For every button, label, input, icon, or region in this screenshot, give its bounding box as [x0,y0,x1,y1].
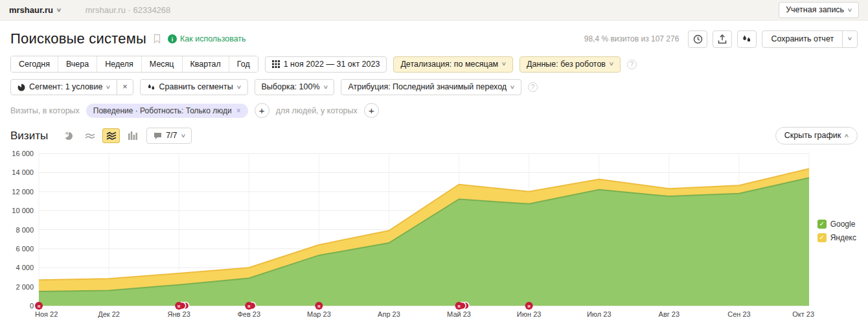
chevron-down-icon: ∨ [510,85,516,90]
svg-text:Апр 23: Апр 23 [378,310,400,318]
svg-text:Дек 22: Дек 22 [98,310,120,318]
area-chart-icon [106,131,117,140]
visits-filter-prefix: Визиты, в которых [10,106,80,115]
chevron-down-icon: ∨ [106,85,111,90]
chevron-down-icon: ∨ [847,8,853,13]
data-mode-label: Данные: без роботов [527,60,606,69]
segment-selector[interactable]: Сегмент: 1 условие ∨ [10,79,117,95]
info-icon: i [168,34,177,43]
attribution-selector[interactable]: Атрибуция: Последний значимый переход ∨ [341,79,521,95]
chart-legend: ✓ Google ✓ Яндекс [817,220,856,242]
svg-text:12 000: 12 000 [12,188,34,196]
counter-switcher[interactable]: mrshaur.ru ∨ [9,5,61,15]
chevron-down-icon: ∨ [847,36,853,41]
date-range-label: 1 ноя 2022 — 31 окт 2023 [284,60,380,69]
how-to-use-link[interactable]: i Как использовать [168,34,246,43]
svg-text:4 000: 4 000 [16,264,34,271]
chevron-down-icon: ∨ [180,133,186,139]
metric-label: Визиты [10,130,48,143]
svg-text:Фев 23: Фев 23 [237,310,260,318]
hide-chart-label: Скрыть график [784,131,841,141]
how-to-use-label: Как использовать [180,34,246,43]
svg-text:н: н [528,304,531,308]
title-row: Поисковые системы i Как использовать 98,… [10,30,858,48]
svg-text:10 000: 10 000 [12,207,34,214]
filter-chip-label: Поведение · Роботность: Только люди [93,106,232,115]
svg-text:8 000: 8 000 [16,226,34,234]
pie-chart-icon [64,131,73,141]
svg-text:Июн 23: Июн 23 [517,310,542,318]
svg-text:н: н [177,304,180,308]
calendar-icon [272,60,280,68]
segment-clear-button[interactable]: × [117,79,133,95]
metric-row: Визиты 7/7 ∨ Скрыть график ∧ [10,127,858,144]
svg-text:Авг 23: Авг 23 [659,310,680,318]
preset-year[interactable]: Год [229,56,258,72]
period-presets: Сегодня Вчера Неделя Месяц Квартал Год [10,56,258,73]
export-button[interactable] [713,30,732,48]
people-filter-prefix: для людей, у которых [276,106,358,115]
chevron-down-icon: ∨ [56,8,62,13]
chart-type-columns-button[interactable] [124,128,141,143]
preset-yesterday[interactable]: Вчера [58,56,97,72]
line-chart-icon [85,132,95,140]
chevron-down-icon: ∨ [501,62,507,67]
svg-text:Мар 23: Мар 23 [307,310,331,318]
compare-segments-button[interactable]: Сравнить сегменты ∨ [140,79,248,95]
chart-type-area-button[interactable] [102,128,120,143]
save-report-menu-button[interactable]: ∨ [842,30,858,48]
save-report-button[interactable]: Сохранить отчет [762,30,843,48]
goals-selector[interactable]: 7/7 ∨ [146,128,192,144]
remove-filter-icon[interactable]: × [236,106,241,115]
save-report-label: Сохранить отчет [771,34,834,44]
legend-label-yandex: Яндекс [830,233,856,242]
data-mode-selector[interactable]: Данные: без роботов ∨ [520,56,621,73]
plus-icon: + [369,105,374,116]
date-range-button[interactable]: 1 ноя 2022 — 31 окт 2023 [265,56,387,73]
account-label: Учетная запись [786,5,844,15]
sampling-selector[interactable]: Выборка: 100% ∨ [255,79,335,95]
chevron-down-icon: ∨ [609,62,615,67]
segment-toolbar: Сегмент: 1 условие ∨ × Сравнить сегменты… [10,79,858,95]
preset-quarter[interactable]: Квартал [182,56,229,72]
hide-chart-button[interactable]: Скрыть график ∧ [775,127,858,144]
speech-bubble-icon [154,132,162,140]
filter-row: Визиты, в которых Поведение · Роботность… [10,103,858,118]
preset-today[interactable]: Сегодня [11,56,58,72]
svg-text:Янв 23: Янв 23 [168,310,190,318]
chevron-up-icon: ∧ [844,133,850,139]
help-icon[interactable]: ? [528,82,538,92]
svg-text:Окт 23: Окт 23 [792,310,814,318]
detail-selector[interactable]: Детализация: по месяцам ∨ [393,56,513,73]
preset-week[interactable]: Неделя [97,56,141,72]
legend-item-google[interactable]: ✓ Google [817,220,856,229]
svg-text:н: н [317,304,320,308]
svg-text:16 000: 16 000 [12,150,34,157]
add-people-filter-button[interactable]: + [364,103,379,118]
history-button[interactable] [688,30,707,48]
save-report-split: Сохранить отчет ∨ [762,30,858,48]
svg-text:2 000: 2 000 [16,283,34,291]
help-icon[interactable]: ? [627,60,637,69]
compare-segments-label: Сравнить сегменты [159,82,233,92]
add-visit-filter-button[interactable]: + [255,103,269,118]
svg-text:0: 0 [30,302,34,310]
chevron-down-icon: ∨ [323,85,328,90]
svg-text:н: н [247,304,250,308]
chart-type-pie-button[interactable] [60,128,77,143]
segment-group: Сегмент: 1 условие ∨ × [10,79,133,95]
account-button[interactable]: Учетная запись ∨ [779,2,859,18]
svg-text:Сен 23: Сен 23 [727,310,750,318]
preset-month[interactable]: Месяц [141,56,182,72]
checkbox-checked-icon: ✓ [817,233,827,242]
plus-icon: + [259,105,265,116]
segments-compare-button[interactable] [737,30,757,48]
filter-chip-robots[interactable]: Поведение · Роботность: Только люди × [86,104,248,118]
pie-segment-icon [17,84,25,91]
visits-stat: 98,4 % визитов из 107 276 [584,34,680,43]
chevron-down-icon: ∨ [236,85,242,90]
chart-type-line-button[interactable] [81,128,98,143]
visits-stacked-area-chart: 02 0004 0006 0008 00010 00012 00014 0001… [10,148,858,326]
bookmark-icon[interactable] [153,34,161,44]
legend-item-yandex[interactable]: ✓ Яндекс [817,233,856,242]
